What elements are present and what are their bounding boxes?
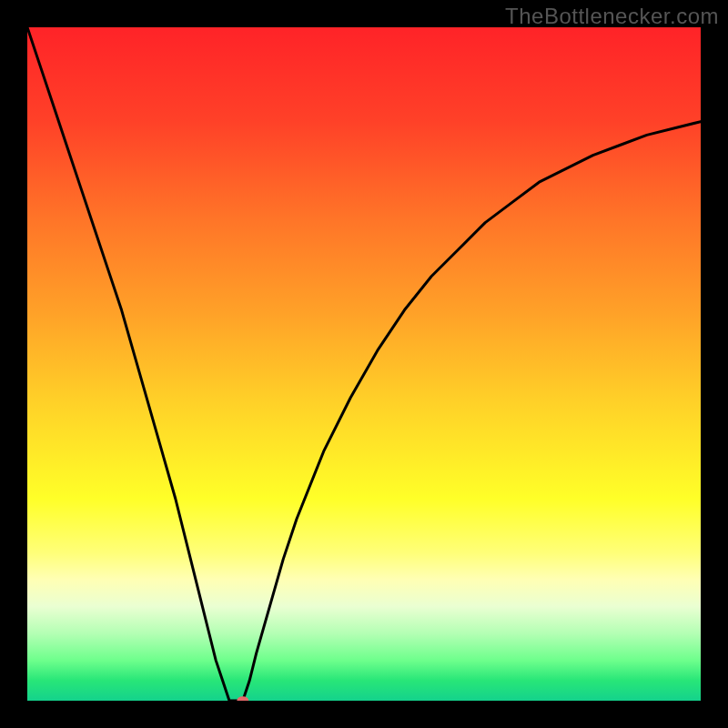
chart-stage: TheBottlenecker.com [0,0,728,728]
chart-svg [27,27,701,701]
watermark-text: TheBottlenecker.com [505,4,719,29]
chart-background [27,27,701,701]
